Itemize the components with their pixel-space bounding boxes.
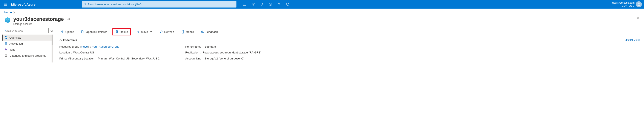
kv-account-kind-value: StorageV2 (general purpose v2) [205,56,244,61]
resource-menu: Overview Activity log Tags [0,27,55,62]
account-control[interactable]: user@contoso.com CONTOSO [612,1,644,7]
kv-replication: Replication : Read-access geo-redundant … [185,50,262,55]
kv-account-kind: Account kind : StorageV2 (general purpos… [185,56,262,61]
menu-search[interactable] [2,28,48,33]
essentials-toggle[interactable]: Essentials [59,38,77,42]
svg-rect-21 [82,30,83,31]
kv-performance-value: Standard [205,44,216,50]
search-icon [84,3,86,6]
search-icon [4,29,6,32]
menu-item-label: Overview [10,36,21,39]
kv-resource-group-value[interactable]: Your-Resource-Group [92,44,119,50]
svg-point-22 [83,31,84,32]
chevron-up-icon [59,39,62,41]
kv-key-label: Performance [185,44,201,50]
menu-item-label: Tags [10,48,15,51]
collapse-menu-icon[interactable] [50,29,53,32]
page-subtitle: Storage account [13,22,78,25]
open-in-explorer-button[interactable]: Open in Explorer [80,29,108,34]
svg-rect-13 [6,38,7,39]
kv-location-value: West Central US [73,50,94,55]
menu-item-label: Diagnose and solve problems [10,54,46,57]
avatar[interactable] [636,1,642,7]
menu-item-diagnose[interactable]: Diagnose and solve problems [2,53,52,59]
menu-item-tags[interactable]: Tags [2,47,52,53]
kv-performance: Performance : Standard [185,44,262,50]
kv-primary-secondary-value: Primary: West Central US, Secondary: Wes… [98,56,160,61]
chevron-right-icon [13,11,15,13]
tags-icon [4,48,8,51]
svg-rect-10 [5,36,6,37]
cmd-label: Upload [65,30,74,33]
delete-button[interactable]: Delete [112,28,131,35]
move-link[interactable]: move [81,45,88,48]
settings-gear-icon[interactable] [266,0,275,8]
pin-icon[interactable] [67,17,70,21]
move-button[interactable]: Move [135,29,154,34]
menu-item-activity-log[interactable]: Activity log [2,41,52,47]
kv-key-label: Primary/Secondary Location [59,56,94,61]
storage-account-icon [4,16,11,23]
feedback-smiley-icon[interactable] [283,0,292,8]
command-bar: Upload Open in Explorer Delete Move Refr… [59,28,640,38]
svg-point-5 [287,4,287,4]
mobile-button[interactable]: Mobile [180,29,195,34]
kv-replication-value: Read-access geo-redundant storage (RA-GR… [202,50,262,55]
svg-point-0 [84,3,86,5]
directory-filter-icon[interactable] [249,0,258,8]
cmd-label: Mobile [186,30,194,33]
more-ellipsis-icon[interactable]: ··· [73,17,78,21]
menu-scrollbar[interactable] [52,35,53,62]
tenant-label: CONTOSO [612,4,634,7]
diagnose-icon [4,54,8,57]
svg-point-25 [202,31,203,32]
json-view-link[interactable]: JSON View [626,38,640,42]
kv-primary-secondary: Primary/Secondary Location : Primary: We… [59,56,160,61]
global-search[interactable] [82,1,236,7]
cmd-label: Refresh [164,30,174,33]
close-blade-icon[interactable] [636,16,640,20]
svg-point-18 [5,49,6,49]
svg-rect-12 [5,38,6,39]
breadcrumb: Home [0,8,644,15]
upload-button[interactable]: Upload [59,29,76,34]
cmd-label: Open in Explorer [86,30,107,33]
essentials-label: Essentials [63,38,77,42]
overview-icon [4,36,8,39]
global-search-input[interactable] [86,3,235,6]
refresh-button[interactable]: Refresh [158,29,176,34]
essentials-grid: Resource group (move) : Your-Resource-Gr… [59,44,640,61]
content-pane: Upload Open in Explorer Delete Move Refr… [55,27,644,62]
menu-search-input[interactable] [6,29,47,32]
hamburger-menu-icon[interactable] [0,0,10,8]
help-icon[interactable] [275,0,283,8]
breadcrumb-home[interactable]: Home [4,11,12,14]
azure-top-bar: Microsoft Azure user@contoso.com [0,0,644,8]
kv-location: Location : West Central US [59,50,160,55]
svg-point-4 [286,3,289,5]
svg-rect-11 [6,36,7,37]
kv-key-label: Account kind [185,56,201,61]
menu-item-overview[interactable]: Overview [2,35,52,41]
kv-key-label: Resource group [59,45,79,48]
kv-resource-group: Resource group (move) : Your-Resource-Gr… [59,44,160,50]
body: Overview Activity log Tags [0,27,644,62]
svg-point-7 [638,3,640,4]
chevron-down-icon [149,30,152,33]
cloud-shell-icon[interactable] [240,0,249,8]
essentials-header: Essentials JSON View [59,38,640,44]
page-header: your3dscenestorage ··· Storage account [0,15,644,27]
svg-point-3 [270,4,271,5]
svg-point-8 [4,30,6,31]
scrollbar-thumb[interactable] [52,35,53,45]
svg-rect-2 [243,3,246,5]
svg-point-6 [288,4,288,4]
page-title: your3dscenestorage [13,16,64,22]
svg-point-24 [182,33,183,33]
svg-line-9 [5,31,6,32]
topbar-icon-group [240,0,292,8]
notifications-icon[interactable] [258,0,266,8]
feedback-button[interactable]: Feedback [200,29,219,34]
essentials-right-column: Performance : Standard Replication : Rea… [185,44,262,61]
brand-label[interactable]: Microsoft Azure [11,2,36,6]
